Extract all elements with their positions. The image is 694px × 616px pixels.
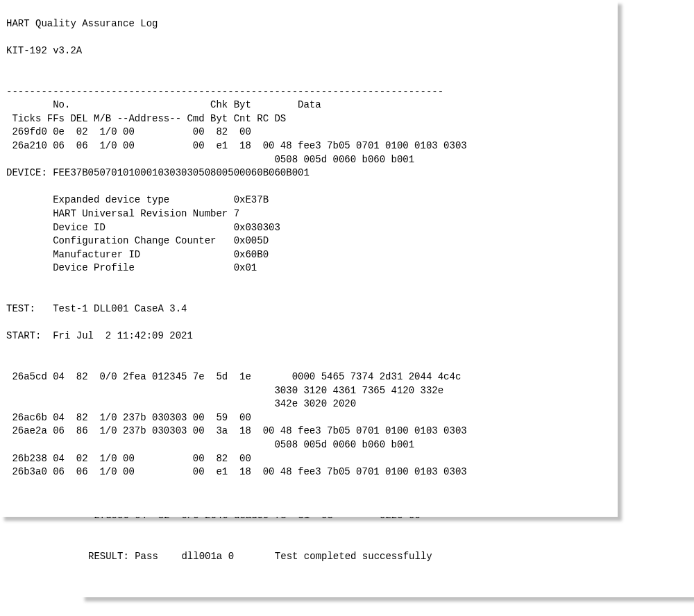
row-26a5cd: 26a5cd 04 82 0/0 2fea 012345 7e 5d 1e 00… xyxy=(6,371,461,382)
row-26ae2a-cont: 0508 005d 0060 b060 b001 xyxy=(6,439,414,450)
result-line: RESULT: Pass dll001a 0 Test completed su… xyxy=(88,551,432,562)
test-line: TEST: Test-1 DLL001 CaseA 3.4 xyxy=(6,303,187,314)
row-26a210-cont: 0508 005d 0060 b060 b001 xyxy=(6,154,414,165)
row-26a5cd-cont2: 342e 3020 2020 xyxy=(6,398,356,409)
header-line-1: No. Chk Byt Data xyxy=(6,99,321,110)
device-hart-rev: HART Universal Revision Number 7 xyxy=(6,208,239,219)
device-profile: Device Profile 0x01 xyxy=(6,262,257,273)
device-config-change: Configuration Change Counter 0x005D xyxy=(6,235,269,246)
row-26a210: 26a210 06 06 1/0 00 00 e1 18 00 48 fee3 … xyxy=(6,140,467,151)
log-title: HART Quality Assurance Log xyxy=(6,18,158,29)
device-manufacturer: Manufacturer ID 0x60B0 xyxy=(6,249,269,260)
front-text-block: HART Quality Assurance Log KIT-192 v3.2A… xyxy=(6,17,611,479)
row-26a5cd-cont1: 3030 3120 4361 7365 4120 332e xyxy=(6,385,443,396)
device-expanded-type: Expanded device type 0xE37B xyxy=(6,194,269,205)
device-line: DEVICE: FEE37B05070101000103030305080050… xyxy=(6,167,310,178)
log-panel-front: HART Quality Assurance Log KIT-192 v3.2A… xyxy=(0,0,618,517)
device-id: Device ID 0x030303 xyxy=(6,222,280,233)
header-line-2: Ticks FFs DEL M/B --Address-- Cmd Byt Cn… xyxy=(6,113,286,124)
row-26ac6b: 26ac6b 04 82 1/0 237b 030303 00 59 00 xyxy=(6,412,251,423)
kit-version: KIT-192 v3.2A xyxy=(6,45,82,56)
row-26b238: 26b238 04 02 1/0 00 00 82 00 xyxy=(6,453,251,464)
row-26b3a0: 26b3a0 06 06 1/0 00 00 e1 18 00 48 fee3 … xyxy=(6,466,467,477)
start-line: START: Fri Jul 2 11:42:09 2021 xyxy=(6,330,193,341)
row-269fd0: 269fd0 0e 02 1/0 00 00 82 00 xyxy=(6,126,251,137)
row-26ae2a: 26ae2a 06 86 1/0 237b 030303 00 3a 18 00… xyxy=(6,425,467,436)
divider: ----------------------------------------… xyxy=(6,86,443,97)
